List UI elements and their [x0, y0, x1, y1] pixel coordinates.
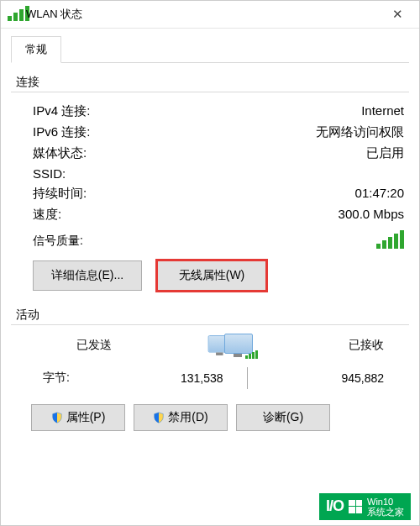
diagnose-button-label: 诊断(G): [263, 410, 303, 425]
shield-icon: [51, 412, 63, 423]
row-duration: 持续时间: 01:47:20: [11, 183, 409, 204]
properties-button[interactable]: 属性(P): [31, 404, 125, 431]
activity-bytes-row: 字节: 131,538 945,882: [11, 357, 409, 394]
ssid-label: SSID:: [33, 166, 66, 181]
signal-label: 信号质量:: [33, 234, 83, 249]
row-ipv6: IPv6 连接: 无网络访问权限: [11, 122, 409, 143]
windows-logo-icon: [349, 500, 362, 513]
row-media-state: 媒体状态: 已启用: [11, 143, 409, 164]
section-connection-label: 连接: [16, 75, 409, 90]
bytes-received-value: 945,882: [271, 371, 385, 385]
wireless-properties-button[interactable]: 无线属性(W): [157, 260, 266, 291]
shield-icon: [153, 412, 165, 423]
row-ipv4: IPv4 连接: Internet: [11, 101, 409, 122]
disable-button-label: 禁用(D): [168, 410, 207, 425]
ipv6-value: 无网络访问权限: [316, 124, 404, 140]
row-signal: 信号质量:: [11, 225, 409, 254]
activity-header: 已发送 已接收: [11, 334, 409, 357]
duration-value: 01:47:20: [355, 186, 404, 202]
details-button[interactable]: 详细信息(E)...: [33, 260, 142, 291]
watermark-line1: Win10: [367, 497, 404, 507]
properties-button-label: 属性(P): [66, 410, 106, 425]
signal-bars-icon: [376, 230, 404, 249]
media-label: 媒体状态:: [33, 145, 87, 161]
bytes-sent-value: 131,538: [110, 371, 223, 385]
media-value: 已启用: [366, 145, 404, 161]
ipv4-label: IPv4 连接:: [33, 103, 90, 119]
disable-button[interactable]: 禁用(D): [134, 404, 228, 431]
watermark-line2: 系统之家: [367, 507, 404, 517]
row-ssid: SSID:: [11, 164, 409, 183]
tab-strip: 常规: [11, 35, 409, 63]
section-activity-label: 活动: [16, 308, 409, 323]
received-label: 已接收: [349, 338, 384, 353]
speed-label: 速度:: [33, 207, 61, 223]
speed-value: 300.0 Mbps: [339, 207, 404, 223]
sent-label: 已发送: [76, 338, 112, 353]
close-button[interactable]: ✕: [382, 4, 412, 24]
title-bar: WLAN 状态 ✕: [1, 1, 419, 29]
watermark-logo: I/O: [326, 497, 344, 515]
tab-general[interactable]: 常规: [11, 36, 61, 63]
diagnose-button[interactable]: 诊断(G): [236, 404, 330, 431]
row-speed: 速度: 300.0 Mbps: [11, 204, 409, 225]
ipv4-value: Internet: [361, 103, 404, 119]
watermark: I/O Win10 系统之家: [319, 493, 411, 520]
bytes-label: 字节:: [43, 371, 110, 386]
window-title: WLAN 状态: [26, 7, 382, 22]
ipv6-label: IPv6 连接:: [33, 124, 90, 140]
duration-label: 持续时间:: [33, 186, 87, 202]
activity-monitors-icon: [206, 334, 255, 357]
wlan-signal-icon: [8, 8, 21, 21]
